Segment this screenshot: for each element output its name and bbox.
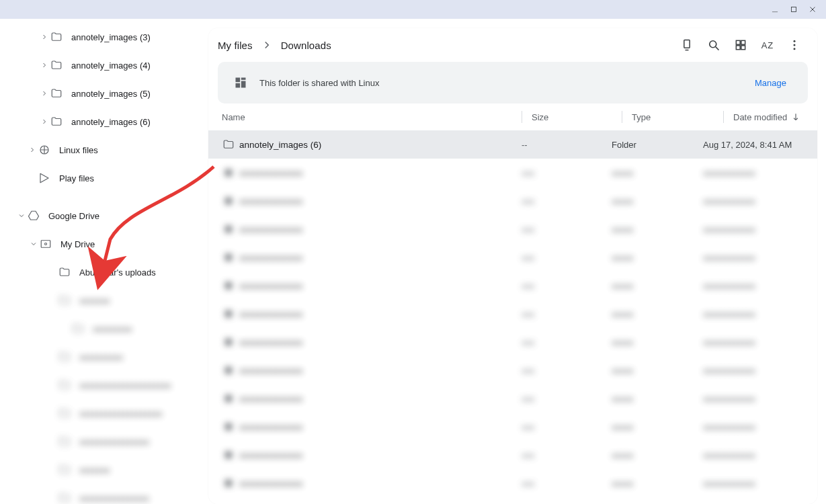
- svg-rect-24: [225, 367, 233, 374]
- svg-rect-21: [225, 282, 233, 290]
- col-type[interactable]: Type: [632, 112, 723, 122]
- svg-rect-8: [736, 46, 740, 50]
- col-size[interactable]: Size: [532, 112, 622, 122]
- file-type: Folder: [612, 140, 703, 150]
- sort-button[interactable]: AZ: [754, 32, 781, 58]
- sidebar-item-label: Abubakar's uploads: [79, 267, 156, 278]
- table-row[interactable]: xxxxxxxxxxxxxxxxxxxxxxxxxxxxxxxxxx: [208, 469, 817, 497]
- table-row[interactable]: xxxxxxxxxxxxxxxxxxxxxxxxxxxxxxxxxx: [208, 328, 817, 356]
- titlebar: [0, 0, 826, 19]
- chevron-right-icon: [261, 39, 273, 51]
- sidebar-item[interactable]: xxxxxxx: [0, 286, 202, 314]
- folder-icon: [58, 379, 71, 391]
- maximize-button[interactable]: [784, 2, 803, 17]
- folder-icon: [58, 464, 71, 476]
- sidebar-item[interactable]: Abubakar's uploads: [0, 258, 202, 286]
- table-row[interactable]: xxxxxxxxxxxxxxxxxxxxxxxxxxxxxxxxxx: [208, 384, 817, 413]
- svg-rect-15: [241, 81, 246, 88]
- svg-rect-26: [225, 423, 233, 431]
- sidebar-item[interactable]: annotely_images (4): [0, 51, 202, 79]
- table-row[interactable]: xxxxxxxxxxxxxxxxxxxxxxxxxxxxxxxxxx: [208, 441, 817, 469]
- file-size: --: [522, 140, 612, 150]
- file-icon: [218, 223, 239, 235]
- col-name[interactable]: Name: [218, 112, 522, 122]
- sidebar-item[interactable]: My Drive: [0, 230, 202, 258]
- svg-rect-17: [225, 169, 233, 177]
- sidebar-item[interactable]: Linux files: [0, 136, 202, 164]
- file-icon: [218, 195, 239, 207]
- expand-icon[interactable]: [28, 240, 39, 248]
- table-row[interactable]: xxxxxxxxxxxxxxxxxxxxxxxxxxxxxxxxxx: [208, 215, 817, 243]
- linux-share-banner: This folder is shared with Linux Manage: [218, 62, 808, 103]
- sidebar-item[interactable]: xxxxxxxxxxxxxxxxxxx: [0, 399, 202, 427]
- sidebar-item[interactable]: xxxxxxxxxxxxxxxx: [0, 427, 202, 456]
- svg-rect-4: [684, 40, 690, 48]
- table-row[interactable]: xxxxxxxxxxxxxxxxxxxxxxxxxxxxxxxxxx: [208, 413, 817, 441]
- sidebar-item[interactable]: xxxxxxxxx: [0, 314, 202, 343]
- sidebar-item[interactable]: annotely_images (6): [0, 108, 202, 136]
- close-button[interactable]: [803, 2, 822, 17]
- toggle-pinned-button[interactable]: [673, 32, 700, 58]
- svg-rect-16: [236, 83, 241, 88]
- expand-icon[interactable]: [27, 146, 38, 154]
- more-options-button[interactable]: [781, 32, 808, 58]
- breadcrumb-root[interactable]: My files: [218, 40, 253, 51]
- file-icon: [218, 421, 239, 433]
- file-icon: [218, 280, 239, 292]
- sidebar-item-label: annotely_images (4): [71, 60, 151, 71]
- sidebar-item-label: annotely_images (5): [71, 89, 151, 99]
- sidebar-item[interactable]: Google Drive: [0, 202, 202, 230]
- sort-desc-icon: [791, 112, 800, 122]
- table-row[interactable]: annotely_images (6)--FolderAug 17, 2024,…: [208, 130, 817, 159]
- sidebar-item[interactable]: annotely_images (5): [0, 79, 202, 108]
- expand-icon[interactable]: [16, 212, 27, 220]
- svg-rect-14: [241, 78, 246, 80]
- svg-point-3: [45, 243, 47, 245]
- expand-icon[interactable]: [39, 89, 50, 97]
- table-row[interactable]: xxxxxxxxxxxxxxxxxxxxxxxxxxxxxxxxxx: [208, 271, 817, 300]
- sidebar-item-label: Google Drive: [48, 211, 99, 221]
- folder-icon: [58, 294, 71, 306]
- folder-icon: [58, 407, 71, 419]
- col-date[interactable]: Date modified: [733, 112, 808, 122]
- expand-icon[interactable]: [39, 118, 50, 126]
- folder-icon: [50, 59, 63, 71]
- svg-point-11: [794, 44, 796, 46]
- expand-icon[interactable]: [39, 61, 50, 69]
- sidebar-item[interactable]: xxxxxxxxxxxxxxxxxxxxx: [0, 371, 202, 399]
- mydrive-icon: [39, 238, 52, 250]
- file-icon: [218, 251, 239, 263]
- sidebar-item[interactable]: Play files: [0, 164, 202, 192]
- svg-rect-2: [41, 241, 50, 248]
- sidebar-item-label: My Drive: [60, 239, 95, 249]
- folder-icon: [58, 435, 71, 448]
- linux-icon: [38, 144, 51, 156]
- table-row[interactable]: xxxxxxxxxxxxxxxxxxxxxxxxxxxxxxxxxx: [208, 187, 817, 215]
- file-name: annotely_images (6): [239, 140, 522, 150]
- breadcrumb-current[interactable]: Downloads: [281, 40, 331, 51]
- search-button[interactable]: [700, 32, 727, 58]
- manage-link[interactable]: Manage: [748, 74, 793, 92]
- file-icon: [218, 308, 239, 320]
- table-row[interactable]: xxxxxxxxxxxxxxxxxxxxxxxxxxxxxxxxxx: [208, 356, 817, 384]
- table-row[interactable]: xxxxxxxxxxxxxxxxxxxxxxxxxxxxxxxxxx: [208, 159, 817, 187]
- file-date: Aug 17, 2024, 8:41 AM: [703, 140, 808, 150]
- svg-rect-19: [225, 226, 233, 233]
- content-card: My files Downloads AZ: [208, 28, 817, 504]
- table-row[interactable]: xxxxxxxxxxxxxxxxxxxxxxxxxxxxxxxxxx: [208, 243, 817, 271]
- expand-icon[interactable]: [39, 33, 50, 41]
- sidebar-item[interactable]: xxxxxxx: [0, 456, 202, 484]
- file-list: annotely_images (6)--FolderAug 17, 2024,…: [208, 130, 817, 504]
- minimize-button[interactable]: [766, 2, 784, 17]
- svg-rect-22: [225, 310, 233, 318]
- main-area: My files Downloads AZ: [202, 19, 826, 504]
- grid-view-button[interactable]: [727, 32, 754, 58]
- sidebar-item[interactable]: xxxxxxxxxxxxxxxx: [0, 484, 202, 504]
- banner-text: This folder is shared with Linux: [259, 78, 748, 88]
- sidebar-item-label: Linux files: [59, 145, 98, 155]
- table-row[interactable]: xxxxxxxxxxxxxxxxxxxxxxxxxxxxxxxxxx: [208, 300, 817, 328]
- sidebar-item[interactable]: annotely_images (3): [0, 23, 202, 51]
- folder-icon: [71, 323, 85, 335]
- sidebar-item[interactable]: xxxxxxxxxx: [0, 343, 202, 371]
- sidebar-item-label: annotely_images (3): [71, 32, 151, 42]
